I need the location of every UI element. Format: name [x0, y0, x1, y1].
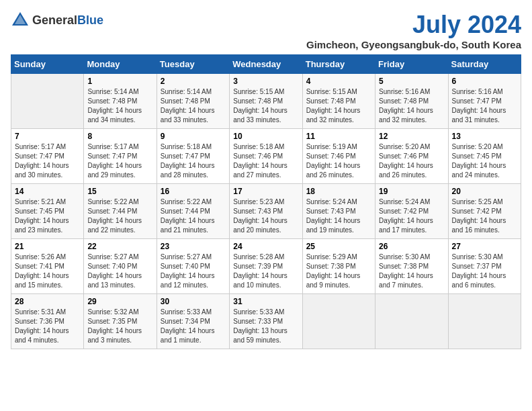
day-number: 19: [379, 187, 444, 196]
day-number: 13: [452, 132, 517, 141]
calendar-day-cell: 6Sunrise: 5:16 AMSunset: 7:47 PMDaylight…: [448, 74, 521, 129]
calendar-day-cell: 31Sunrise: 5:33 AMSunset: 7:33 PMDayligh…: [230, 294, 302, 349]
day-info: Sunrise: 5:19 AMSunset: 7:46 PMDaylight:…: [306, 142, 371, 180]
calendar-day-cell: 10Sunrise: 5:18 AMSunset: 7:46 PMDayligh…: [230, 129, 302, 184]
calendar-week-row: 21Sunrise: 5:26 AMSunset: 7:41 PMDayligh…: [11, 239, 521, 294]
day-info: Sunrise: 5:16 AMSunset: 7:47 PMDaylight:…: [452, 87, 517, 125]
day-number: 14: [15, 187, 80, 196]
day-info: Sunrise: 5:22 AMSunset: 7:44 PMDaylight:…: [87, 197, 152, 235]
day-number: 17: [233, 187, 298, 196]
calendar-day-cell: 19Sunrise: 5:24 AMSunset: 7:42 PMDayligh…: [375, 184, 448, 239]
calendar-day-cell: 11Sunrise: 5:19 AMSunset: 7:46 PMDayligh…: [302, 129, 375, 184]
day-number: 22: [87, 242, 152, 251]
weekday-header-cell: Tuesday: [157, 55, 229, 74]
day-info: Sunrise: 5:18 AMSunset: 7:46 PMDaylight:…: [233, 142, 298, 180]
calendar-day-cell: 12Sunrise: 5:20 AMSunset: 7:46 PMDayligh…: [375, 129, 448, 184]
calendar-day-cell: 15Sunrise: 5:22 AMSunset: 7:44 PMDayligh…: [84, 184, 157, 239]
day-number: 10: [233, 132, 298, 141]
day-info: Sunrise: 5:15 AMSunset: 7:48 PMDaylight:…: [233, 87, 298, 125]
day-info: Sunrise: 5:20 AMSunset: 7:46 PMDaylight:…: [379, 142, 444, 180]
day-info: Sunrise: 5:23 AMSunset: 7:43 PMDaylight:…: [233, 197, 298, 235]
weekday-header-cell: Friday: [375, 55, 448, 74]
main-title: July 2024: [306, 11, 521, 39]
day-number: 11: [306, 132, 371, 141]
calendar-table: SundayMondayTuesdayWednesdayThursdayFrid…: [11, 54, 521, 349]
calendar-day-cell: [448, 294, 521, 349]
day-info: Sunrise: 5:33 AMSunset: 7:33 PMDaylight:…: [233, 308, 298, 345]
calendar-day-cell: 16Sunrise: 5:22 AMSunset: 7:44 PMDayligh…: [157, 184, 229, 239]
day-info: Sunrise: 5:32 AMSunset: 7:35 PMDaylight:…: [87, 308, 152, 345]
day-info: Sunrise: 5:24 AMSunset: 7:43 PMDaylight:…: [306, 197, 371, 235]
calendar-body: 1Sunrise: 5:14 AMSunset: 7:48 PMDaylight…: [11, 74, 521, 349]
calendar-day-cell: 9Sunrise: 5:18 AMSunset: 7:47 PMDaylight…: [157, 129, 229, 184]
day-number: 18: [306, 187, 371, 196]
logo-icon: [11, 11, 30, 30]
day-number: 21: [15, 242, 80, 251]
calendar-day-cell: 2Sunrise: 5:14 AMSunset: 7:48 PMDaylight…: [157, 74, 229, 129]
day-number: 5: [379, 77, 444, 86]
calendar-day-cell: 5Sunrise: 5:16 AMSunset: 7:48 PMDaylight…: [375, 74, 448, 129]
day-info: Sunrise: 5:20 AMSunset: 7:45 PMDaylight:…: [452, 142, 517, 180]
calendar-day-cell: 21Sunrise: 5:26 AMSunset: 7:41 PMDayligh…: [11, 239, 84, 294]
calendar-day-cell: 4Sunrise: 5:15 AMSunset: 7:48 PMDaylight…: [302, 74, 375, 129]
day-number: 6: [452, 77, 517, 86]
weekday-header-cell: Thursday: [302, 55, 375, 74]
day-number: 27: [452, 242, 517, 251]
day-number: 12: [379, 132, 444, 141]
day-number: 15: [87, 187, 152, 196]
day-number: 26: [379, 242, 444, 251]
weekday-header-cell: Monday: [84, 55, 157, 74]
calendar-day-cell: 29Sunrise: 5:32 AMSunset: 7:35 PMDayligh…: [84, 294, 157, 349]
header: GeneralBlue July 2024 Gimcheon, Gyeongsa…: [11, 11, 521, 50]
logo: GeneralBlue: [11, 11, 103, 30]
day-info: Sunrise: 5:29 AMSunset: 7:38 PMDaylight:…: [306, 253, 371, 290]
day-info: Sunrise: 5:22 AMSunset: 7:44 PMDaylight:…: [161, 197, 226, 235]
logo-general-text: General: [32, 13, 77, 27]
weekday-header-row: SundayMondayTuesdayWednesdayThursdayFrid…: [11, 55, 521, 74]
day-info: Sunrise: 5:18 AMSunset: 7:47 PMDaylight:…: [161, 142, 226, 180]
calendar-day-cell: 28Sunrise: 5:31 AMSunset: 7:36 PMDayligh…: [11, 294, 84, 349]
day-info: Sunrise: 5:30 AMSunset: 7:37 PMDaylight:…: [452, 253, 517, 290]
day-info: Sunrise: 5:25 AMSunset: 7:42 PMDaylight:…: [452, 197, 517, 235]
calendar-day-cell: 7Sunrise: 5:17 AMSunset: 7:47 PMDaylight…: [11, 129, 84, 184]
day-info: Sunrise: 5:17 AMSunset: 7:47 PMDaylight:…: [87, 142, 152, 180]
weekday-header-cell: Wednesday: [230, 55, 302, 74]
day-info: Sunrise: 5:14 AMSunset: 7:48 PMDaylight:…: [161, 87, 226, 125]
calendar-day-cell: 27Sunrise: 5:30 AMSunset: 7:37 PMDayligh…: [448, 239, 521, 294]
calendar-day-cell: 24Sunrise: 5:28 AMSunset: 7:39 PMDayligh…: [230, 239, 302, 294]
day-info: Sunrise: 5:26 AMSunset: 7:41 PMDaylight:…: [15, 253, 80, 290]
calendar-day-cell: 30Sunrise: 5:33 AMSunset: 7:34 PMDayligh…: [157, 294, 229, 349]
calendar-day-cell: 17Sunrise: 5:23 AMSunset: 7:43 PMDayligh…: [230, 184, 302, 239]
calendar-day-cell: 13Sunrise: 5:20 AMSunset: 7:45 PMDayligh…: [448, 129, 521, 184]
calendar-day-cell: 26Sunrise: 5:30 AMSunset: 7:38 PMDayligh…: [375, 239, 448, 294]
day-number: 31: [233, 297, 298, 306]
calendar-day-cell: [11, 74, 84, 129]
calendar-day-cell: 1Sunrise: 5:14 AMSunset: 7:48 PMDaylight…: [84, 74, 157, 129]
day-number: 4: [306, 77, 371, 86]
calendar-week-row: 14Sunrise: 5:21 AMSunset: 7:45 PMDayligh…: [11, 184, 521, 239]
weekday-header-cell: Saturday: [448, 55, 521, 74]
day-number: 28: [15, 297, 80, 306]
day-number: 16: [161, 187, 226, 196]
day-number: 1: [87, 77, 152, 86]
day-info: Sunrise: 5:30 AMSunset: 7:38 PMDaylight:…: [379, 253, 444, 290]
day-number: 9: [161, 132, 226, 141]
calendar-day-cell: 3Sunrise: 5:15 AMSunset: 7:48 PMDaylight…: [230, 74, 302, 129]
day-number: 7: [15, 132, 80, 141]
day-number: 30: [161, 297, 226, 306]
day-info: Sunrise: 5:28 AMSunset: 7:39 PMDaylight:…: [233, 253, 298, 290]
calendar-day-cell: 18Sunrise: 5:24 AMSunset: 7:43 PMDayligh…: [302, 184, 375, 239]
calendar-day-cell: [302, 294, 375, 349]
day-info: Sunrise: 5:17 AMSunset: 7:47 PMDaylight:…: [15, 142, 80, 180]
day-info: Sunrise: 5:27 AMSunset: 7:40 PMDaylight:…: [87, 253, 152, 290]
calendar-day-cell: 22Sunrise: 5:27 AMSunset: 7:40 PMDayligh…: [84, 239, 157, 294]
calendar-week-row: 7Sunrise: 5:17 AMSunset: 7:47 PMDaylight…: [11, 129, 521, 184]
calendar-day-cell: 25Sunrise: 5:29 AMSunset: 7:38 PMDayligh…: [302, 239, 375, 294]
day-number: 2: [161, 77, 226, 86]
day-number: 20: [452, 187, 517, 196]
day-info: Sunrise: 5:33 AMSunset: 7:34 PMDaylight:…: [161, 308, 226, 345]
calendar-day-cell: [375, 294, 448, 349]
day-number: 24: [233, 242, 298, 251]
logo-blue-text: Blue: [77, 13, 103, 27]
calendar-day-cell: 8Sunrise: 5:17 AMSunset: 7:47 PMDaylight…: [84, 129, 157, 184]
